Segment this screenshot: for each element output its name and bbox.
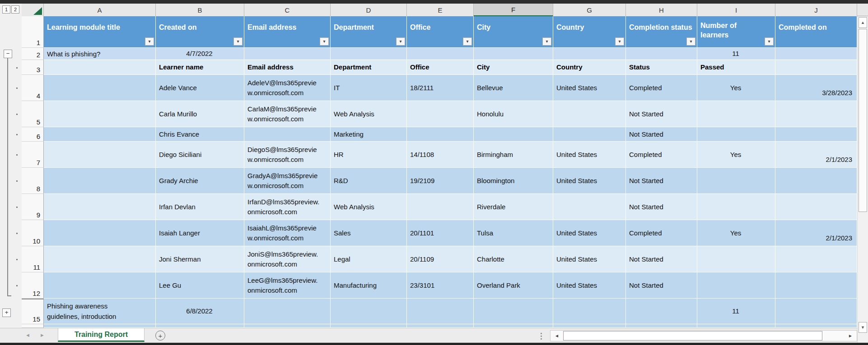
column-header-C[interactable]: C <box>244 4 331 16</box>
cell-H10[interactable]: Completed <box>626 220 697 246</box>
cell-F3[interactable]: City <box>474 60 553 75</box>
scroll-down-button[interactable]: ▼ <box>859 322 867 333</box>
cell-F7[interactable]: Birmingham <box>474 142 553 168</box>
cell-I-partial[interactable] <box>697 324 775 328</box>
cell-G12[interactable]: United States <box>553 272 626 299</box>
row-header-8[interactable]: 8 <box>22 168 44 194</box>
cell-B4[interactable]: Adele Vance <box>156 75 244 101</box>
cell-B7[interactable]: Diego Siciliani <box>156 142 244 168</box>
cell-C8[interactable]: GradyA@lms365preview.onmicrosoft.com <box>244 168 331 194</box>
sheet-nav-next-button[interactable]: ► <box>40 332 45 338</box>
cell-E15[interactable] <box>407 299 474 324</box>
row-header-1[interactable]: 1 <box>22 16 44 48</box>
cell-E12[interactable]: 23/3101 <box>407 272 474 299</box>
cell-C1[interactable]: Email address▾ <box>244 16 331 48</box>
vertical-scrollbar[interactable]: ▲ ▼ <box>857 16 868 343</box>
scroll-right-button[interactable]: ► <box>845 331 856 340</box>
filter-button-B[interactable]: ▾ <box>233 37 243 46</box>
cell-H1[interactable]: Completion status▾ <box>626 16 697 48</box>
cell-C9[interactable]: IrfanD@lms365preview.onmicrosoft.com <box>244 194 331 220</box>
row-header-10[interactable]: 10 <box>22 220 44 246</box>
filter-button-G[interactable]: ▾ <box>615 37 624 46</box>
cell-J5[interactable] <box>775 101 857 127</box>
cell-I10[interactable]: Yes <box>697 220 775 246</box>
cell-D3[interactable]: Department <box>331 60 407 75</box>
cell-E7[interactable]: 14/1108 <box>407 142 474 168</box>
cell-H4[interactable]: Completed <box>626 75 697 101</box>
row-header-15[interactable]: 15 <box>22 299 44 324</box>
cell-C3[interactable]: Email address <box>244 60 331 75</box>
expand-group-button[interactable]: + <box>2 308 11 317</box>
cell-D10[interactable]: Sales <box>331 220 407 246</box>
cell-B2[interactable]: 4/7/2022 <box>156 48 244 60</box>
filter-button-C[interactable]: ▾ <box>320 37 329 46</box>
cell-I7[interactable]: Yes <box>697 142 775 168</box>
cell-D2[interactable] <box>331 48 407 60</box>
row-header-9[interactable]: 9 <box>22 194 44 220</box>
cell-H-partial[interactable] <box>626 324 697 328</box>
row-header-6[interactable]: 6 <box>22 127 44 142</box>
cell-H6[interactable]: Not Started <box>626 127 697 142</box>
cell-J12[interactable] <box>775 272 857 299</box>
cell-A7[interactable] <box>44 142 156 168</box>
filter-button-H[interactable]: ▾ <box>686 37 695 46</box>
cell-G7[interactable]: United States <box>553 142 626 168</box>
cell-D-partial[interactable] <box>331 324 407 328</box>
cell-E2[interactable] <box>407 48 474 60</box>
cell-G4[interactable]: United States <box>553 75 626 101</box>
cell-F11[interactable]: Charlotte <box>474 246 553 272</box>
cell-C5[interactable]: CarlaM@lms365preview.onmicrosoft.com <box>244 101 331 127</box>
cell-A9[interactable] <box>44 194 156 220</box>
row-header-3[interactable]: 3 <box>22 60 44 75</box>
cell-A6[interactable] <box>44 127 156 142</box>
cell-C-partial[interactable] <box>244 324 331 328</box>
cell-H15[interactable] <box>626 299 697 324</box>
cell-I1[interactable]: Number of learners▾ <box>697 16 775 48</box>
cell-I2[interactable]: 11 <box>697 48 775 60</box>
column-header-B[interactable]: B <box>156 4 244 16</box>
column-header-G[interactable]: G <box>553 4 626 16</box>
sheet-nav-prev-button[interactable]: ◄ <box>25 332 30 338</box>
cell-H11[interactable]: Not Started <box>626 246 697 272</box>
cell-B-partial[interactable] <box>156 324 244 328</box>
cell-F1[interactable]: City▾ <box>474 16 553 48</box>
cell-D11[interactable]: Legal <box>331 246 407 272</box>
cell-G11[interactable]: United States <box>553 246 626 272</box>
cell-H8[interactable]: Not Started <box>626 168 697 194</box>
cell-D4[interactable]: IT <box>331 75 407 101</box>
cell-C2[interactable] <box>244 48 331 60</box>
filter-button-A[interactable]: ▾ <box>145 37 154 46</box>
cell-B6[interactable]: Chris Evance <box>156 127 244 142</box>
column-header-H[interactable]: H <box>626 4 697 16</box>
cell-D6[interactable]: Marketing <box>331 127 407 142</box>
cell-J2[interactable] <box>775 48 857 60</box>
cell-I5[interactable] <box>697 101 775 127</box>
cell-B8[interactable]: Grady Archie <box>156 168 244 194</box>
cell-J15[interactable] <box>775 299 857 324</box>
filter-button-E[interactable]: ▾ <box>463 37 472 46</box>
cell-D5[interactable]: Web Analysis <box>331 101 407 127</box>
cell-I9[interactable] <box>697 194 775 220</box>
row-header-11[interactable]: 11 <box>22 246 44 272</box>
filter-button-I[interactable]: ▾ <box>765 37 774 46</box>
cell-J11[interactable] <box>775 246 857 272</box>
cell-E9[interactable] <box>407 194 474 220</box>
cell-G8[interactable]: United States <box>553 168 626 194</box>
cell-G10[interactable]: United States <box>553 220 626 246</box>
cell-J8[interactable] <box>775 168 857 194</box>
cell-I4[interactable]: Yes <box>697 75 775 101</box>
row-header-12[interactable]: 12 <box>22 272 44 299</box>
cell-J7[interactable]: 2/1/2023 <box>775 142 857 168</box>
row-header-partial[interactable] <box>22 324 44 328</box>
cell-J6[interactable] <box>775 127 857 142</box>
cell-I6[interactable] <box>697 127 775 142</box>
cell-A8[interactable] <box>44 168 156 194</box>
row-header-7[interactable]: 7 <box>22 142 44 168</box>
cell-J10[interactable]: 2/1/2023 <box>775 220 857 246</box>
cell-H3[interactable]: Status <box>626 60 697 75</box>
cell-J4[interactable]: 3/28/2023 <box>775 75 857 101</box>
cell-E3[interactable]: Office <box>407 60 474 75</box>
cell-A4[interactable] <box>44 75 156 101</box>
cell-F12[interactable]: Overland Park <box>474 272 553 299</box>
cell-D15[interactable] <box>331 299 407 324</box>
